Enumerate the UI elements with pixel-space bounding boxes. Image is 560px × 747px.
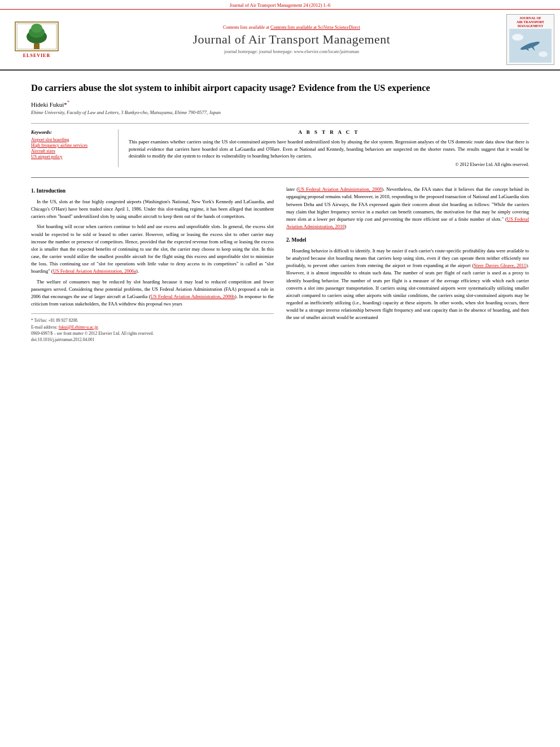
footnote-email-label: E-mail address: bbox=[31, 325, 59, 330]
author-sup: * bbox=[67, 100, 69, 105]
ref-link-2[interactable]: US Federal Aviation Administration, 2006… bbox=[151, 294, 235, 299]
elsevier-logo: ELSEVIER bbox=[6, 21, 68, 58]
keyword-1[interactable]: Airport slot hoarding bbox=[31, 137, 112, 142]
keywords-heading: Keywords: bbox=[31, 129, 112, 135]
contents-text: Contents lists available at bbox=[223, 25, 270, 30]
author-text: Hideki Fukui* bbox=[31, 101, 67, 108]
abstract-body: This paper examines whether carriers usi… bbox=[129, 139, 529, 159]
intro-para-1: In the US, slots at the four highly cong… bbox=[31, 198, 274, 221]
footnote-issn: 0969-6997/$ – see front matter © 2012 El… bbox=[31, 330, 274, 337]
svg-point-13 bbox=[539, 51, 548, 57]
ref-link-1[interactable]: US Federal Aviation Administration, 2006… bbox=[53, 268, 136, 274]
doi-text: doi:10.1016/j.jairtraman.2012.04.001 bbox=[31, 337, 94, 342]
keywords-column: Keywords: Airport slot hoarding High fre… bbox=[31, 129, 119, 167]
section2-title: 2. Model bbox=[286, 236, 529, 244]
contents-available-line: Contents lists available at Contents lis… bbox=[77, 25, 506, 30]
homepage-url: journal homepage: www.elsevier.com/locat… bbox=[259, 49, 359, 54]
svg-point-12 bbox=[512, 34, 523, 41]
ref-link-3[interactable]: US Federal Aviation Administration, 2008 bbox=[298, 186, 382, 192]
right-para-1: later (US Federal Aviation Administratio… bbox=[286, 186, 529, 230]
homepage-text: journal homepage: bbox=[224, 49, 259, 54]
abstract-text: This paper examines whether carriers usi… bbox=[129, 138, 529, 160]
svg-point-4 bbox=[31, 24, 42, 33]
article-title: Do carriers abuse the slot system to inh… bbox=[31, 82, 529, 94]
footnote-email: E-mail address: fukui@ll.ehime-u.ac.jp. bbox=[31, 324, 274, 330]
sciverse-link[interactable]: Contents lists available at SciVerse Sci… bbox=[270, 25, 360, 30]
section1-title: 1. Introduction bbox=[31, 187, 274, 195]
keyword-2[interactable]: High frequency airline services bbox=[31, 143, 112, 148]
intro-para-2: Slot hoarding will occur when carriers c… bbox=[31, 223, 274, 275]
intro-para-3: The welfare of consumers may be reduced … bbox=[31, 278, 274, 308]
body-separator bbox=[31, 177, 529, 178]
abstract-heading: A B S T R A C T bbox=[129, 129, 529, 135]
ref-link-4[interactable]: US Federal Aviation Administration, 2010 bbox=[286, 216, 529, 229]
ref-link-5[interactable]: Steer Davies Gleave, 2011 bbox=[474, 263, 526, 268]
homepage-line: journal homepage: journal homepage: www.… bbox=[77, 49, 506, 54]
footnote-email-link[interactable]: fukui@ll.ehime-u.ac.jp bbox=[59, 325, 98, 330]
abstract-section: Keywords: Airport slot hoarding High fre… bbox=[31, 123, 529, 167]
abstract-column: A B S T R A C T This paper examines whet… bbox=[129, 129, 529, 167]
thumb-image-icon bbox=[509, 29, 552, 63]
journal-thumbnail: JOURNAL OFAIR TRANSPORTMANAGEMENT bbox=[506, 14, 554, 65]
body-column-left: 1. Introduction In the US, slots at the … bbox=[31, 186, 274, 343]
affiliation: Ehime University, Faculty of Law and Let… bbox=[31, 110, 529, 115]
footnote-doi: doi:10.1016/j.jairtraman.2012.04.001 bbox=[31, 337, 274, 343]
keyword-4[interactable]: US airport policy bbox=[31, 154, 112, 159]
author-name: Hideki Fukui** bbox=[31, 100, 529, 108]
footnote-tel-text: * Tel/fax: +81 89 927 8208. bbox=[31, 318, 78, 323]
body-column-right: later (US Federal Aviation Administratio… bbox=[286, 186, 529, 343]
keyword-3[interactable]: Aircraft sizes bbox=[31, 148, 112, 154]
copyright-line: © 2012 Elsevier Ltd. All rights reserved… bbox=[129, 162, 529, 167]
footnote-email-period: . bbox=[98, 325, 99, 330]
elsevier-tree-icon bbox=[14, 21, 59, 52]
thumb-journal-name: JOURNAL OFAIR TRANSPORTMANAGEMENT bbox=[517, 16, 544, 29]
journal-title-header: Journal of Air Transport Management bbox=[77, 32, 506, 47]
journal-header: ELSEVIER Contents lists available at Con… bbox=[0, 10, 560, 71]
journal-citation: Journal of Air Transport Management 24 (… bbox=[230, 2, 331, 8]
main-content: Do carriers abuse the slot system to inh… bbox=[0, 71, 560, 354]
body-columns: 1. Introduction In the US, slots at the … bbox=[31, 186, 529, 343]
header-center: Contents lists available at Contents lis… bbox=[77, 25, 506, 54]
journal-citation-bar: Journal of Air Transport Management 24 (… bbox=[0, 0, 560, 10]
elsevier-text: ELSEVIER bbox=[23, 53, 50, 58]
footnote-tel: * Tel/fax: +81 89 927 8208. bbox=[31, 317, 274, 324]
footer-section: * Tel/fax: +81 89 927 8208. E-mail addre… bbox=[31, 313, 274, 343]
model-para-1: Hoarding behavior is difficult to identi… bbox=[286, 247, 529, 322]
